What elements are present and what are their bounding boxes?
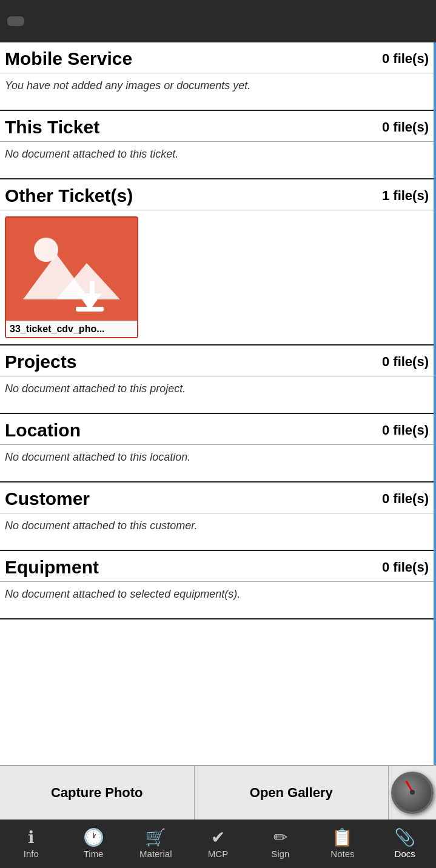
section-header-mobile-service: Mobile Service0 file(s) <box>0 42 434 73</box>
time-icon: 🕐 <box>83 829 104 846</box>
action-bar: Capture Photo Open Gallery <box>0 765 436 820</box>
section-count-location: 0 file(s) <box>382 422 429 438</box>
info-icon: ℹ <box>28 829 35 846</box>
section-header-this-ticket: This Ticket0 file(s) <box>0 111 434 142</box>
nav-item-mcp[interactable]: ✔MCP <box>187 820 249 868</box>
section-empty-text-projects: No document attached to this project. <box>5 382 429 395</box>
section-location: Location0 file(s)No document attached to… <box>0 414 434 482</box>
section-customer: Customer0 file(s)No document attached to… <box>0 482 434 551</box>
gauge-dot <box>410 790 415 795</box>
nav-label-mcp: MCP <box>208 849 228 859</box>
bottom-nav: ℹInfo🕐Time🛒Material✔MCP✏Sign📋Notes📎Docs <box>0 820 436 868</box>
thumbnail-item[interactable]: 33_ticket_cdv_pho... <box>5 216 138 338</box>
section-header-equipment: Equipment0 file(s) <box>0 551 434 582</box>
section-count-mobile-service: 0 file(s) <box>382 51 429 67</box>
nav-label-material: Material <box>139 849 172 859</box>
section-header-location: Location0 file(s) <box>0 414 434 445</box>
capture-photo-button[interactable]: Capture Photo <box>0 766 195 820</box>
docs-icon: 📎 <box>394 829 415 846</box>
section-body-this-ticket: No document attached to this ticket. <box>0 142 434 178</box>
open-gallery-button[interactable]: Open Gallery <box>195 766 389 820</box>
nav-label-notes: Notes <box>330 849 354 859</box>
thumbnail-image <box>6 218 137 321</box>
section-title-location: Location <box>5 420 81 441</box>
section-title-other-tickets: Other Ticket(s) <box>5 185 133 206</box>
material-icon: 🛒 <box>145 829 166 846</box>
nav-item-info[interactable]: ℹInfo <box>0 820 62 868</box>
nav-label-info: Info <box>24 849 39 859</box>
nav-label-docs: Docs <box>395 849 415 859</box>
section-count-this-ticket: 0 file(s) <box>382 119 429 135</box>
section-title-projects: Projects <box>5 352 76 372</box>
mcp-icon: ✔ <box>211 829 225 846</box>
section-other-tickets: Other Ticket(s)1 file(s) 33_ticket_cdv_p… <box>0 179 434 346</box>
section-count-customer: 0 file(s) <box>382 491 429 507</box>
section-empty-text-customer: No document attached to this customer. <box>5 519 429 532</box>
section-empty-text-location: No document attached to this location. <box>5 451 429 464</box>
section-body-mobile-service: You have not added any images or documen… <box>0 73 434 110</box>
section-body-equipment: No document attached to selected equipme… <box>0 582 434 618</box>
section-projects: Projects0 file(s)No document attached to… <box>0 346 434 414</box>
section-empty-text-mobile-service: You have not added any images or documen… <box>5 79 429 92</box>
section-count-projects: 0 file(s) <box>382 354 429 370</box>
section-title-mobile-service: Mobile Service <box>5 48 132 69</box>
section-header-customer: Customer0 file(s) <box>0 482 434 513</box>
gauge-icon <box>391 772 434 814</box>
section-body-location: No document attached to this location. <box>0 445 434 481</box>
section-header-other-tickets: Other Ticket(s)1 file(s) <box>0 179 434 210</box>
thumbnail-grid-other-tickets: 33_ticket_cdv_pho... <box>0 210 434 344</box>
nav-item-sign[interactable]: ✏Sign <box>249 820 312 868</box>
nav-label-sign: Sign <box>271 849 289 859</box>
main-content: Mobile Service0 file(s)You have not adde… <box>0 42 436 765</box>
back-button[interactable] <box>7 16 24 26</box>
section-title-customer: Customer <box>5 489 90 509</box>
sign-icon: ✏ <box>273 829 287 846</box>
menu-button[interactable] <box>419 19 429 24</box>
nav-item-time[interactable]: 🕐Time <box>62 820 125 868</box>
section-mobile-service: Mobile Service0 file(s)You have not adde… <box>0 42 434 111</box>
section-empty-text-equipment: No document attached to selected equipme… <box>5 588 429 601</box>
notes-icon: 📋 <box>332 829 353 846</box>
thumbnail-label: 33_ticket_cdv_pho... <box>6 321 137 337</box>
svg-rect-5 <box>76 307 104 312</box>
nav-item-docs[interactable]: 📎Docs <box>374 820 436 868</box>
nav-label-time: Time <box>84 849 104 859</box>
section-header-projects: Projects0 file(s) <box>0 346 434 376</box>
section-count-other-tickets: 1 file(s) <box>382 188 429 204</box>
section-this-ticket: This Ticket0 file(s)No document attached… <box>0 111 434 179</box>
app-header <box>0 0 436 42</box>
section-empty-text-this-ticket: No document attached to this ticket. <box>5 148 429 161</box>
section-equipment: Equipment0 file(s)No document attached t… <box>0 551 434 619</box>
section-count-equipment: 0 file(s) <box>382 559 429 575</box>
section-body-projects: No document attached to this project. <box>0 376 434 413</box>
section-title-equipment: Equipment <box>5 557 99 578</box>
section-title-this-ticket: This Ticket <box>5 117 99 138</box>
section-body-customer: No document attached to this customer. <box>0 513 434 550</box>
nav-item-notes[interactable]: 📋Notes <box>312 820 374 868</box>
nav-item-material[interactable]: 🛒Material <box>124 820 187 868</box>
